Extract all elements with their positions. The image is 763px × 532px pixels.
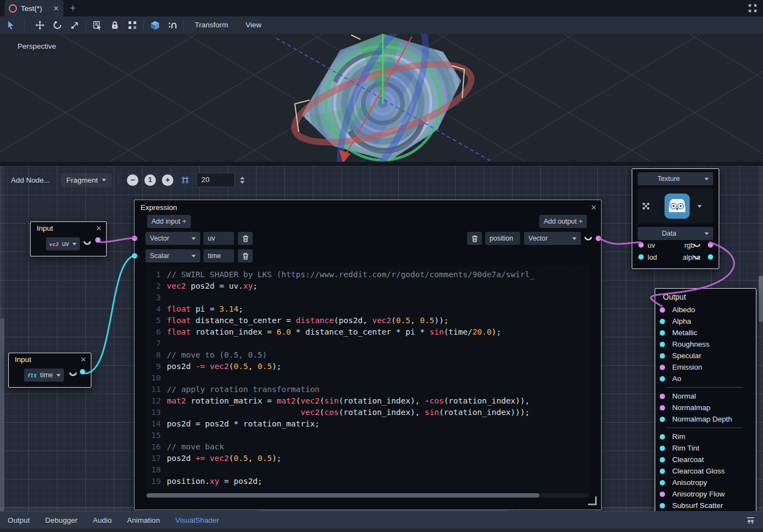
bottom-tab-visualshader[interactable]: VisualShader [167, 512, 226, 529]
scrollbar-grabber[interactable] [0, 318, 4, 511]
snap-spinner[interactable] [240, 177, 244, 184]
input-port-uv[interactable] [638, 242, 644, 248]
add-output-button[interactable]: Add output + [539, 215, 587, 228]
output-port-time[interactable] [80, 369, 85, 375]
scrollbar-grabber[interactable] [147, 493, 539, 498]
node-input-uv[interactable]: Input ✕ vc3 uv [30, 221, 107, 256]
expression-code-editor[interactable]: 1// SWIRL SHADER by LKS (https://www.red… [145, 267, 590, 499]
lock-icon[interactable] [106, 16, 124, 34]
group-icon[interactable] [124, 16, 141, 34]
node-output[interactable]: Output AlbedoAlphaMetallicRoughnessSpecu… [655, 288, 756, 511]
add-input-button[interactable]: Add input + [147, 215, 191, 228]
3d-viewport[interactable]: Perspective [0, 34, 763, 162]
node-expression[interactable]: Expression ✕ Add input + Add output + Ve… [134, 200, 602, 510]
zoom-out-button[interactable]: − [127, 174, 138, 186]
scrollbar-grabber[interactable] [759, 276, 763, 322]
delete-input-button[interactable] [238, 232, 253, 245]
visual-shader-graph[interactable]: Add Node... Fragment − 1 + 20 Input ✕ [0, 166, 763, 511]
input-port-time[interactable] [132, 253, 137, 259]
bottom-tab-audio[interactable]: Audio [85, 512, 120, 529]
snap-toggle-icon[interactable] [180, 176, 190, 185]
move-tool-icon[interactable] [31, 16, 49, 34]
tab-close-icon[interactable]: ✕ [53, 4, 59, 13]
port-dot-emission[interactable] [660, 365, 665, 370]
node-input-time[interactable]: Input ✕ flt time [8, 353, 91, 388]
local-space-icon[interactable] [146, 16, 164, 34]
port-preview-icon[interactable] [694, 255, 701, 260]
port-dot-subsurf-scatter[interactable] [660, 503, 665, 508]
input-port-uv[interactable] [132, 236, 137, 241]
rotate-tool-icon[interactable] [49, 16, 66, 34]
texture-preview[interactable] [638, 189, 713, 224]
chevron-down-icon[interactable] [697, 205, 702, 208]
texture-data-dropdown[interactable]: Data [638, 227, 713, 240]
zoom-reset-button[interactable]: 1 [144, 174, 156, 186]
input-name-field[interactable]: time [203, 249, 234, 262]
new-tab-button[interactable]: + [67, 2, 79, 14]
output-name-field[interactable]: position [485, 232, 520, 245]
input-name-field[interactable]: uv [203, 232, 234, 245]
port-label: Albedo [672, 306, 695, 314]
close-icon[interactable]: ✕ [96, 224, 102, 232]
menu-view[interactable]: View [237, 16, 270, 34]
port-dot-albedo[interactable] [660, 307, 665, 313]
output-port-rgb[interactable] [708, 242, 713, 248]
delete-input-button[interactable] [238, 249, 253, 262]
add-node-button[interactable]: Add Node... [5, 173, 55, 187]
snap-mode-icon[interactable] [164, 16, 181, 34]
input-source-dropdown[interactable]: flt time [24, 369, 64, 382]
expand-panel-icon[interactable] [746, 517, 755, 525]
close-icon[interactable]: ✕ [80, 355, 86, 364]
menu-transform[interactable]: Transform [186, 16, 237, 34]
port-dot-clearcoat-gloss[interactable] [660, 469, 665, 474]
bottom-tab-animation[interactable]: Animation [119, 512, 167, 529]
snap-distance-input[interactable]: 20 [196, 173, 235, 187]
code-line: 10 [145, 372, 590, 384]
close-icon[interactable]: ✕ [591, 203, 597, 212]
spatial-toolbar: Transform View [0, 16, 763, 34]
port-dot-metallic[interactable] [660, 330, 665, 336]
fullscreen-icon[interactable] [748, 3, 758, 13]
port-dot-roughness[interactable] [660, 342, 665, 347]
bottom-tab-debugger[interactable]: Debugger [38, 512, 85, 529]
port-dot-alpha[interactable] [660, 319, 665, 324]
port-dot-clearcoat[interactable] [660, 457, 665, 463]
port-preview-icon[interactable] [83, 241, 91, 245]
port-dot-specular[interactable] [660, 353, 665, 359]
shader-mode-dropdown[interactable]: Fragment [61, 173, 112, 187]
godot-logo-texture [665, 194, 690, 219]
port-dot-normalmap-depth[interactable] [660, 417, 665, 422]
port-dot-normal[interactable] [660, 394, 665, 399]
graph-vscrollbar-right[interactable] [759, 166, 763, 511]
output-port-alpha[interactable] [708, 254, 713, 260]
select-list-icon[interactable] [89, 16, 106, 34]
port-dot-normalmap[interactable] [660, 405, 665, 411]
input-type-dropdown[interactable]: Vector [145, 232, 200, 245]
port-label: uv [648, 241, 655, 249]
port-preview-icon[interactable] [584, 236, 592, 241]
output-port-position[interactable] [596, 236, 601, 241]
input-source-dropdown[interactable]: vc3 uv [46, 237, 80, 250]
port-dot-anisotropy-flow[interactable] [660, 492, 665, 497]
code-hscrollbar[interactable] [147, 493, 589, 498]
port-dot-rim[interactable] [660, 434, 665, 440]
node-resize-handle[interactable] [588, 496, 597, 505]
port-dot-ao[interactable] [660, 376, 665, 382]
code-line: 15 [145, 430, 590, 441]
zoom-in-button[interactable]: + [162, 174, 173, 186]
input-port-lod[interactable] [638, 254, 644, 260]
scale-tool-icon[interactable] [66, 16, 84, 34]
input-type-dropdown[interactable]: Scalar [145, 249, 200, 262]
delete-output-button[interactable] [467, 232, 482, 245]
bottom-tab-output[interactable]: Output [0, 512, 38, 529]
output-type-dropdown[interactable]: Vector [524, 232, 581, 245]
graph-vscrollbar-left[interactable] [0, 166, 4, 511]
perspective-menu[interactable]: Perspective [8, 40, 63, 52]
port-dot-anisotropy[interactable] [660, 480, 665, 486]
port-preview-icon[interactable] [694, 243, 701, 248]
output-port-uv[interactable] [95, 237, 101, 243]
port-dot-rim-tint[interactable] [660, 446, 665, 451]
port-preview-icon[interactable] [69, 372, 77, 377]
select-tool-icon[interactable] [2, 16, 20, 34]
scene-tab-test[interactable]: Test(*) ✕ [4, 0, 63, 16]
